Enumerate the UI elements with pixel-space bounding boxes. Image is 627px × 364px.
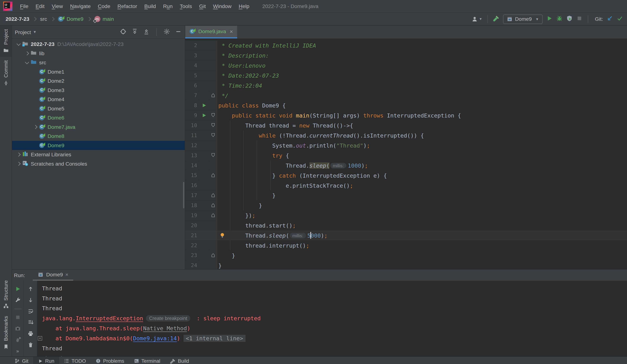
intention-bulb-icon[interactable] (219, 232, 225, 239)
run-line-icon[interactable] (202, 112, 206, 119)
editor-line-13[interactable]: 13 try { (185, 150, 627, 160)
hide-panel-button[interactable] (175, 28, 181, 36)
tree-item-scratches and consoles[interactable]: Scratches and Consoles (12, 159, 185, 168)
editor-line-2[interactable]: 2 * Created with IntelliJ IDEA (185, 41, 627, 51)
editor-line-12[interactable]: 12 System.out.println("Thread"); (185, 140, 627, 150)
tool-window-button-todo[interactable]: TODO (59, 357, 91, 364)
menu-git[interactable]: Git (196, 3, 209, 9)
tree-item-dome6[interactable]: CDome6 (12, 113, 185, 122)
tree-expand-arrow-icon[interactable] (23, 52, 30, 55)
run-console[interactable]: ThreadThreadThreadjava.lang.InterruptedE… (37, 281, 627, 356)
editor-line-21[interactable]: 21 Thread.sleep(millis:5000); (185, 230, 627, 240)
tree-item-dome3[interactable]: CDome3 (12, 86, 185, 95)
menu-navigate[interactable]: Navigate (66, 3, 94, 9)
stop-button[interactable] (576, 15, 582, 23)
menu-code[interactable]: Code (94, 3, 114, 9)
breadcrumb-item[interactable]: src (40, 16, 47, 22)
fold-marker-icon[interactable] (210, 92, 215, 99)
editor-line-16[interactable]: 16 e.printStackTrace(); (185, 180, 627, 190)
editor-code-area[interactable]: 2 * Created with IntelliJ IDEA3 * Descri… (185, 39, 627, 269)
menu-file[interactable]: File (16, 3, 32, 9)
prev-trace-button[interactable] (27, 286, 33, 292)
collapse-all-button[interactable] (143, 28, 150, 36)
create-breakpoint-chip[interactable]: Create breakpoint (146, 315, 191, 321)
project-scrollbar[interactable] (183, 182, 184, 208)
editor-line-6[interactable]: 6 * Time:22:04 (185, 80, 627, 90)
print-button[interactable] (27, 331, 33, 337)
menu-window[interactable]: Window (209, 3, 235, 9)
select-opened-file-button[interactable] (120, 28, 126, 36)
tool-window-button-problems[interactable]: Problems (91, 357, 129, 364)
stripe-button-commit[interactable]: Commit (0, 57, 12, 90)
git-commit-button[interactable] (617, 15, 623, 23)
stripe-button-project[interactable]: Project (0, 26, 12, 57)
menu-tools[interactable]: Tools (176, 3, 196, 9)
run-line-icon[interactable] (202, 102, 206, 108)
git-update-button[interactable] (607, 15, 613, 23)
tree-collapse-arrow-icon[interactable] (23, 62, 30, 63)
editor-line-24[interactable]: 24} (185, 260, 627, 269)
fold-marker-icon[interactable] (210, 132, 215, 138)
fold-marker-icon[interactable] (210, 122, 215, 129)
console-text[interactable]: InterruptedException (76, 315, 143, 321)
breadcrumb-item[interactable]: CDome9 (58, 16, 83, 22)
editor-line-11[interactable]: 11 while (!Thread.currentThread().isInte… (185, 130, 627, 141)
tree-item-external libraries[interactable]: External Libraries (12, 150, 185, 159)
menu-view[interactable]: View (48, 3, 66, 9)
editor-line-18[interactable]: 18 } (185, 200, 627, 210)
tree-expand-arrow-icon[interactable] (15, 153, 22, 156)
fold-marker-icon[interactable] (210, 112, 215, 119)
fold-marker-icon[interactable] (210, 202, 215, 208)
stripe-button-structure[interactable]: Structure (0, 277, 12, 312)
editor-line-8[interactable]: 8public class Dome9 { (185, 100, 627, 110)
editor-line-23[interactable]: 23 } (185, 250, 627, 260)
menu-help[interactable]: Help (235, 3, 253, 9)
run-config-selector[interactable]: Dome9▼ (503, 14, 542, 24)
fold-marker-icon[interactable] (210, 152, 215, 158)
console-text[interactable]: Native Method (143, 325, 187, 331)
fold-marker-icon[interactable] (210, 192, 215, 199)
tool-window-button-terminal[interactable]: Terminal (129, 357, 165, 364)
menu-refactor[interactable]: Refactor (114, 3, 141, 9)
editor-line-4[interactable]: 4 * User:Lenovo (185, 60, 627, 70)
tree-item-dome8[interactable]: CDome8 (12, 132, 185, 141)
tree-collapse-arrow-icon[interactable] (15, 43, 22, 45)
editor-line-19[interactable]: 19 }); (185, 210, 627, 220)
stripe-button-bookmarks[interactable]: Bookmarks (0, 312, 12, 353)
run-settings-button[interactable] (15, 297, 21, 303)
next-trace-button[interactable] (27, 297, 33, 303)
editor-line-15[interactable]: 15 } catch (InterruptedException e) { (185, 170, 627, 180)
chevron-down-icon[interactable]: ▼ (33, 30, 37, 34)
editor-tab-dome9[interactable]: C Dome9.java × (185, 26, 237, 38)
tool-window-button-run[interactable]: Run (33, 357, 59, 364)
fold-marker-icon[interactable] (210, 212, 215, 219)
stack-trace-link[interactable]: Dome9.java:14 (133, 335, 177, 341)
stop-process-button[interactable] (15, 314, 21, 320)
tree-item-dome2[interactable]: CDome2 (12, 76, 185, 85)
editor-line-17[interactable]: 17 } (185, 190, 627, 200)
close-icon[interactable]: × (65, 272, 68, 278)
tool-window-button-build[interactable]: Build (165, 357, 194, 364)
tree-item-dome1[interactable]: CDome1 (12, 67, 185, 76)
menu-edit[interactable]: Edit (32, 3, 48, 9)
editor-line-3[interactable]: 3 * Description: (185, 51, 627, 60)
rerun-button[interactable] (15, 286, 21, 292)
build-button[interactable] (493, 15, 499, 23)
editor-line-20[interactable]: 20 thread.start(); (185, 220, 627, 230)
tool-window-button-git[interactable]: Git (10, 357, 33, 364)
user-dropdown[interactable]: ▼ (472, 16, 482, 22)
soft-wrap-button[interactable] (27, 308, 33, 314)
fold-marker-icon[interactable] (210, 172, 215, 179)
tree-item-dome9[interactable]: CDome9 (12, 141, 185, 150)
tree-expand-arrow-icon[interactable] (32, 126, 39, 128)
settings-button[interactable] (163, 28, 170, 36)
fold-marker-icon[interactable] (210, 252, 215, 259)
editor-line-14[interactable]: 14 Thread.sleep(millis:1000); (185, 160, 627, 170)
scroll-to-end-button[interactable] (27, 319, 33, 325)
breadcrumb-item[interactable]: mmain (94, 16, 114, 22)
editor-line-9[interactable]: 9 public static void main(String[] args)… (185, 110, 627, 120)
attach-debugger-button[interactable] (15, 337, 21, 343)
fold-expand-icon[interactable] (38, 336, 42, 342)
menu-build[interactable]: Build (141, 3, 159, 9)
coverage-button[interactable] (566, 15, 573, 23)
